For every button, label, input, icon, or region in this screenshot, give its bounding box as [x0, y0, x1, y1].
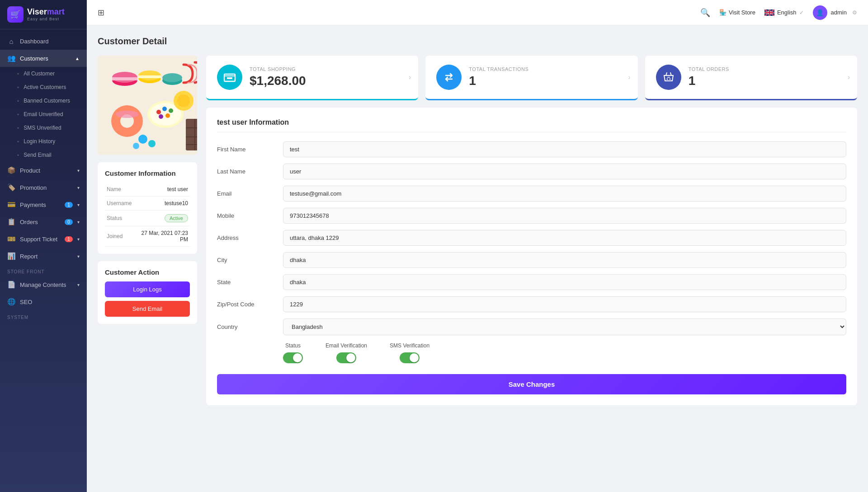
sidebar-item-all-customer[interactable]: ◦ All Customer — [0, 67, 87, 80]
grid-icon[interactable]: ⊞ — [98, 8, 104, 18]
form-row-email: Email — [217, 186, 846, 201]
admin-settings-icon: ⚙ — [852, 9, 857, 16]
sidebar-item-product[interactable]: 📦 Product ▾ — [0, 162, 87, 179]
search-icon[interactable]: 🔍 — [700, 8, 710, 18]
table-row: Status Active — [105, 211, 190, 226]
last-name-input[interactable] — [283, 164, 846, 179]
email-input[interactable] — [283, 186, 846, 201]
customer-form-panel: test user Information First Name Last Na… — [206, 108, 857, 405]
sidebar-item-report[interactable]: 📊 Report ▾ — [0, 248, 87, 265]
svg-point-34 — [669, 79, 670, 80]
sms-verification-label: SMS Verification — [390, 342, 429, 349]
chevron-down-icon: ▾ — [77, 254, 80, 259]
state-input[interactable] — [283, 274, 846, 290]
support-badge: 1 — [65, 236, 73, 242]
sidebar-item-support-ticket[interactable]: 🎫 Support Ticket 1 ▾ — [0, 230, 87, 248]
visit-store-label: Visit Store — [729, 9, 755, 16]
svg-point-28 — [133, 143, 139, 149]
action-title: Customer Action — [105, 268, 190, 276]
sidebar-item-active-customers[interactable]: ◦ Active Customers — [0, 80, 87, 94]
customer-info-card: Customer Information Name test user User… — [98, 162, 197, 254]
language-selector[interactable]: English ✓ — [764, 9, 804, 16]
mobile-input[interactable] — [283, 208, 846, 224]
sidebar-item-dashboard[interactable]: ⌂ Dashboard — [0, 33, 87, 50]
table-row: Joined 27 Mar, 2021 07:23 PM — [105, 226, 190, 247]
svg-point-15 — [156, 110, 161, 114]
logo-name: Visermart — [27, 8, 65, 17]
admin-menu[interactable]: 👤 admin ⚙ — [813, 5, 857, 20]
info-value: 27 Mar, 2021 07:23 PM — [133, 226, 190, 247]
sidebar-item-manage-contents[interactable]: 📄 Manage Contents ▾ — [0, 276, 87, 293]
sidebar-item-label: Orders — [20, 219, 60, 225]
save-changes-button[interactable]: Save Changes — [217, 374, 846, 394]
sidebar-item-sms-unverified[interactable]: ◦ SMS Unverified — [0, 121, 87, 135]
topbar: ⊞ 🔍 🏪 Visit Store English ✓ — [87, 0, 868, 25]
svg-rect-32 — [227, 77, 232, 79]
sidebar-item-send-email[interactable]: ◦ Send Email — [0, 148, 87, 162]
email-label: Email — [217, 190, 276, 197]
visit-store-link[interactable]: 🏪 Visit Store — [719, 9, 755, 16]
sidebar-item-label: Payments — [20, 201, 60, 208]
logo[interactable]: 🛒 Visermart Easy and Best — [0, 0, 87, 29]
zip-input[interactable] — [283, 296, 846, 312]
status-toggle[interactable] — [283, 352, 303, 363]
dot-icon: ◦ — [17, 125, 19, 131]
sidebar-item-customers[interactable]: 👥 Customers ▲ — [0, 50, 87, 67]
country-select[interactable]: Bangladesh India USA UK — [283, 319, 846, 335]
sidebar-item-payments[interactable]: 💳 Payments 1 ▾ — [0, 196, 87, 213]
table-row: Username testuse10 — [105, 197, 190, 211]
form-row-city: City — [217, 252, 846, 268]
sidebar-item-label: Product — [20, 167, 73, 174]
sidebar-item-label: Support Ticket — [20, 236, 60, 243]
form-row-address: Address — [217, 230, 846, 246]
sidebar-item-banned-customers[interactable]: ◦ Banned Customers — [0, 94, 87, 108]
store-front-section-label: STORE FRONT — [0, 265, 87, 276]
info-value: testuse10 — [133, 197, 190, 211]
report-icon: 📊 — [7, 252, 15, 260]
email-verification-toggle-group: Email Verification — [326, 342, 367, 363]
sidebar-item-login-history[interactable]: ◦ Login History — [0, 135, 87, 148]
send-email-button[interactable]: Send Email — [105, 301, 190, 317]
sidebar-item-label: Email Unverified — [24, 111, 63, 117]
sidebar-item-email-unverified[interactable]: ◦ Email Unverified — [0, 108, 87, 121]
stat-card-total-orders[interactable]: TOTAL ORDERS 1 › — [645, 56, 857, 100]
profile-image-card — [98, 56, 197, 155]
email-verification-toggle[interactable] — [336, 352, 356, 363]
language-check-icon: ✓ — [799, 9, 804, 16]
sidebar-item-seo[interactable]: 🌐 SEO — [0, 293, 87, 310]
sidebar: 🛒 Visermart Easy and Best ⌂ Dashboard 👥 … — [0, 0, 87, 492]
sidebar-item-orders[interactable]: 📋 Orders 0 ▾ — [0, 213, 87, 230]
svg-point-19 — [159, 114, 163, 119]
address-input[interactable] — [283, 230, 846, 246]
svg-rect-4 — [112, 77, 137, 80]
main-layout: Customer Information Name test user User… — [98, 56, 857, 405]
city-input[interactable] — [283, 252, 846, 268]
stat-icon-orders — [656, 65, 681, 90]
svg-point-26 — [138, 135, 147, 144]
admin-avatar: 👤 — [813, 5, 827, 20]
stats-row: TOTAL SHOPPING $1,268.00 › — [206, 56, 857, 100]
customer-info-table: Name test user Username testuse10 Status… — [105, 183, 190, 247]
customers-icon: 👥 — [7, 54, 15, 62]
sidebar-item-promotion[interactable]: 🏷️ Promotion ▾ — [0, 179, 87, 196]
first-name-input[interactable] — [283, 141, 846, 157]
svg-point-33 — [666, 79, 668, 80]
chevron-down-icon: ▾ — [77, 185, 80, 190]
sms-verification-toggle[interactable] — [400, 352, 420, 363]
login-logs-button[interactable]: Login Logs — [105, 281, 190, 297]
svg-point-9 — [162, 73, 182, 82]
shopping-icon — [223, 71, 236, 84]
stat-card-total-transactions[interactable]: TOTAL TRANSACTIONS 1 › — [425, 56, 637, 100]
support-icon: 🎫 — [7, 235, 15, 243]
dot-icon: ◦ — [17, 98, 19, 104]
stat-value: $1,268.00 — [250, 74, 407, 88]
form-section-title: test user Information — [217, 118, 846, 132]
sidebar-item-label: All Customer — [24, 70, 55, 77]
dot-icon: ◦ — [17, 138, 19, 145]
info-value: Active — [133, 211, 190, 226]
orders-icon: 📋 — [7, 218, 15, 226]
sidebar-item-label: Customers — [20, 55, 71, 62]
stat-card-total-shopping[interactable]: TOTAL SHOPPING $1,268.00 › — [206, 56, 418, 100]
sidebar-item-label: Active Customers — [24, 84, 66, 90]
topbar-right: 🔍 🏪 Visit Store English ✓ 👤 — [700, 5, 857, 20]
